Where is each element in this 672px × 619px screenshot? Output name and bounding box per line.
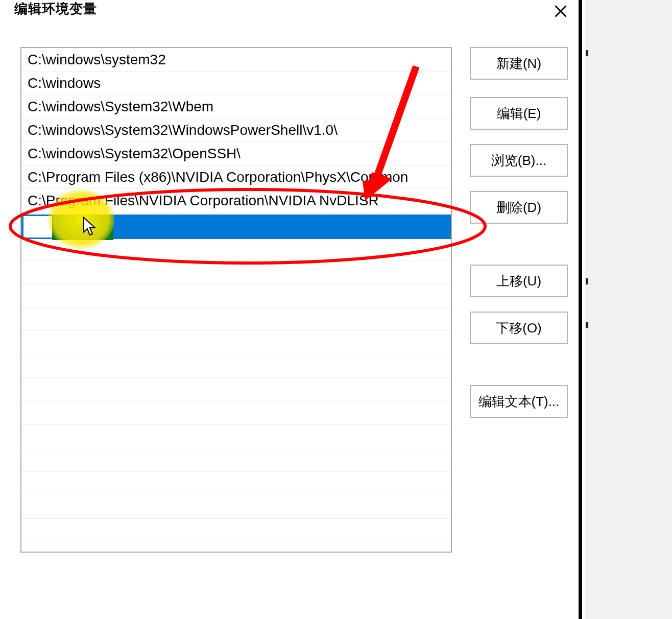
list-item-empty[interactable] [21,307,451,331]
list-item-empty[interactable] [21,401,451,425]
edittext-button[interactable]: 编辑文本(T)... [470,385,568,418]
dialog-title: 编辑环境变量 [0,0,97,18]
list-item-empty[interactable] [21,284,451,307]
title-bar: 编辑环境变量 [0,0,582,26]
close-icon [554,4,568,18]
new-button[interactable]: 新建(N) [470,47,568,80]
list-item[interactable]: C:\Program Files\NVIDIA Corporation\NVID… [21,189,451,212]
movedown-button[interactable]: 下移(O) [470,312,568,344]
list-item-empty[interactable] [21,448,451,472]
list-item[interactable]: C:\windows [21,72,451,95]
right-mark [586,50,588,56]
delete-button[interactable]: 删除(D) [470,191,568,224]
right-mark [586,278,588,284]
edit-button[interactable]: 编辑(E) [470,97,568,130]
button-column: 新建(N) 编辑(E) 浏览(B)... 删除(D) 上移(U) 下移(O) 编… [470,47,570,418]
right-mark [586,322,588,328]
moveup-button[interactable]: 上移(U) [470,265,568,297]
browse-button[interactable]: 浏览(B)... [470,144,568,177]
list-item[interactable]: C:\windows\System32\WindowsPowerShell\v1… [21,118,451,142]
list-item[interactable]: C:\windows\System32\OpenSSH\ [21,142,451,165]
list-item-empty[interactable] [21,354,451,378]
close-button[interactable] [550,1,571,21]
list-item[interactable]: C:\Program Files (x86)\NVIDIA Corporatio… [21,165,451,189]
path-listbox[interactable]: C:\windows\system32 C:\windows C:\window… [20,47,452,553]
path-edit-input[interactable] [23,216,52,237]
list-item-empty[interactable] [21,519,451,542]
dialog-window: 编辑环境变量 C:\windows\system32 C:\windows C:… [0,0,582,619]
list-item-empty[interactable] [21,237,451,260]
right-column-gray [585,0,672,619]
list-item-empty[interactable] [21,472,451,495]
list-item-empty[interactable] [21,495,451,519]
list-item-empty[interactable] [21,331,451,354]
list-item-empty[interactable] [21,378,451,401]
list-item-empty[interactable] [21,260,451,284]
list-item-empty[interactable] [21,425,451,448]
list-item[interactable]: C:\windows\System32\Wbem [21,95,451,118]
selected-row-highlight[interactable] [21,215,451,239]
list-item[interactable]: C:\windows\system32 [21,48,451,72]
